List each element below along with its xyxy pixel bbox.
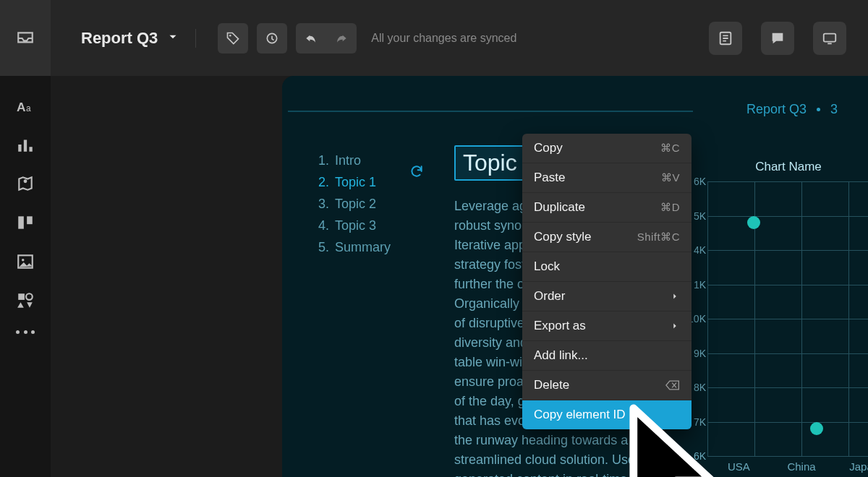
sync-status: All your changes are synced	[371, 32, 516, 45]
present-button[interactable]	[813, 22, 846, 55]
ctx-delete[interactable]: Delete	[522, 371, 692, 400]
rail-shapes[interactable]	[0, 291, 51, 310]
svg-point-5	[24, 179, 27, 183]
svg-point-9	[22, 259, 24, 261]
reload-icon[interactable]	[409, 164, 424, 181]
undo-button[interactable]	[296, 23, 326, 53]
top-bar: Report Q3 All your changes are synced	[51, 0, 868, 76]
ctx-paste[interactable]: Paste⌘V	[522, 163, 692, 193]
context-menu: Copy⌘CPaste⌘VDuplicate⌘DCopy styleShift⌘…	[522, 134, 692, 429]
rail-image[interactable]	[0, 252, 51, 271]
chevron-down-icon	[166, 29, 179, 48]
history-button[interactable]	[257, 23, 287, 53]
doc-switcher[interactable]: Report Q3	[81, 29, 196, 48]
redo-button[interactable]	[326, 23, 357, 53]
rail-columns[interactable]	[0, 213, 51, 232]
svg-rect-3	[24, 140, 27, 152]
ctx-lock[interactable]: Lock	[522, 252, 692, 282]
rail-chart[interactable]	[0, 135, 51, 154]
meta-title: Report Q3	[746, 102, 807, 117]
ctx-add-link-[interactable]: Add link...	[522, 341, 692, 371]
svg-rect-4	[29, 147, 32, 152]
doc-title: Report Q3	[81, 29, 158, 48]
rail-more[interactable]	[0, 330, 51, 334]
rail-map[interactable]	[0, 174, 51, 193]
svg-rect-7	[27, 216, 33, 224]
outline-item[interactable]: 4.Topic 3	[318, 215, 427, 236]
svg-rect-6	[18, 216, 24, 228]
svg-text:a: a	[26, 103, 31, 113]
meta-page: 3	[830, 102, 838, 117]
left-rail: Aa	[0, 0, 51, 477]
ctx-copy-style[interactable]: Copy styleShift⌘C	[522, 223, 692, 252]
rail-text[interactable]: Aa	[0, 96, 51, 115]
chart-point	[747, 216, 760, 229]
chart-grid	[707, 181, 868, 456]
outline-item[interactable]: 5.Summary	[318, 236, 427, 258]
cursor-pointer-icon	[626, 404, 723, 477]
ctx-copy[interactable]: Copy⌘C	[522, 134, 692, 163]
svg-point-12	[229, 34, 231, 36]
notes-button[interactable]	[709, 22, 742, 55]
page-meta: Report Q3 3	[746, 102, 838, 117]
svg-text:A: A	[17, 100, 26, 114]
chart-point	[810, 422, 823, 435]
svg-rect-16	[827, 43, 832, 44]
chart-x-labels: USAChinaJapan	[707, 460, 868, 473]
outline-item[interactable]: 3.Topic 2	[318, 193, 427, 215]
tag-button[interactable]	[218, 23, 248, 53]
svg-rect-10	[18, 293, 25, 300]
outline: 1.Intro2.Topic 13.Topic 24.Topic 35.Summ…	[318, 145, 427, 477]
rail-inbox[interactable]	[0, 0, 51, 76]
svg-rect-15	[824, 33, 836, 41]
svg-point-11	[26, 293, 33, 300]
ctx-duplicate[interactable]: Duplicate⌘D	[522, 193, 692, 223]
ctx-order[interactable]: Order	[522, 282, 692, 311]
ctx-export-as[interactable]: Export as	[522, 311, 692, 341]
canvas: Report Q3 3 1.Intro2.Topic 13.Topic 24.T…	[51, 76, 868, 477]
svg-rect-2	[18, 145, 21, 152]
chart-title: Chart Name	[680, 160, 868, 174]
comments-button[interactable]	[761, 22, 794, 55]
